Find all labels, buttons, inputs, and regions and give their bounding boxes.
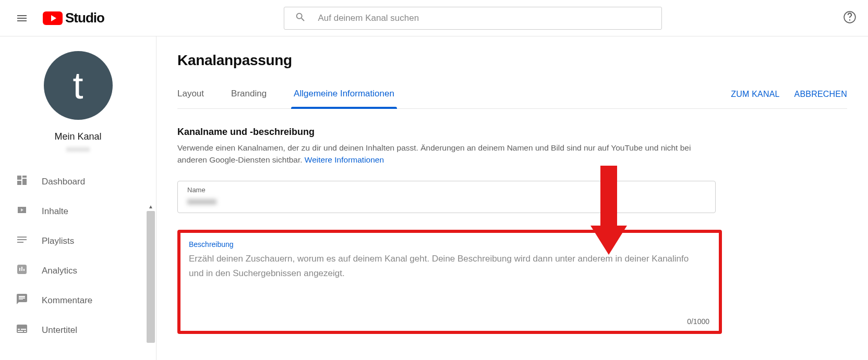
field-label-description: Beschreibung bbox=[189, 240, 710, 249]
dashboard-icon bbox=[16, 174, 42, 189]
channel-name-field[interactable]: Name xxxxxxx bbox=[177, 181, 716, 213]
sidebar-item-label: Analytics bbox=[42, 266, 77, 276]
sidebar-item-label: Dashboard bbox=[42, 177, 85, 187]
header-actions: ZUM KANAL ABBRECHEN bbox=[731, 80, 847, 108]
view-channel-link[interactable]: ZUM KANAL bbox=[731, 80, 779, 108]
tab-branding[interactable]: Branding bbox=[231, 79, 267, 108]
logo-text: Studio bbox=[65, 10, 104, 26]
help-icon bbox=[843, 10, 857, 24]
scrollbar-thumb[interactable] bbox=[147, 211, 155, 343]
tab-layout[interactable]: Layout bbox=[177, 79, 204, 108]
description-char-count: 0/1000 bbox=[687, 317, 709, 326]
body-area: t Mein Kanal xxxxxx Dashboard Inhalte bbox=[0, 36, 868, 360]
sidebar-item-content[interactable]: Inhalte bbox=[0, 196, 156, 226]
field-value-name: xxxxxxx bbox=[187, 197, 706, 206]
search-input[interactable]: Auf deinem Kanal suchen bbox=[284, 7, 662, 30]
help-button[interactable] bbox=[842, 10, 858, 26]
subtitles-icon bbox=[16, 322, 42, 338]
menu-toggle-button[interactable] bbox=[10, 7, 33, 30]
sidebar: t Mein Kanal xxxxxx Dashboard Inhalte bbox=[0, 36, 156, 360]
youtube-studio-logo[interactable]: Studio bbox=[43, 10, 104, 26]
more-info-link[interactable]: Weitere Informationen bbox=[305, 155, 384, 164]
channel-avatar[interactable]: t bbox=[44, 51, 113, 120]
description-placeholder: Erzähl deinen Zuschauern, worum es auf d… bbox=[189, 252, 705, 281]
content-icon bbox=[16, 204, 42, 219]
sidebar-item-analytics[interactable]: Analytics bbox=[0, 256, 156, 285]
page-title: Kanalanpassung bbox=[177, 52, 847, 69]
sidebar-nav: Dashboard Inhalte Playlists Analytics bbox=[0, 167, 156, 345]
search-icon bbox=[295, 11, 306, 25]
channel-description-field[interactable]: Beschreibung Erzähl deinen Zuschauern, w… bbox=[177, 230, 722, 334]
sidebar-item-label: Untertitel bbox=[42, 325, 77, 336]
channel-handle: xxxxxx bbox=[66, 144, 90, 153]
tabs: Layout Branding Allgemeine Informationen bbox=[177, 79, 421, 108]
tab-basic-info[interactable]: Allgemeine Informationen bbox=[294, 79, 394, 108]
sidebar-item-label: Inhalte bbox=[42, 206, 68, 217]
sidebar-item-dashboard[interactable]: Dashboard bbox=[0, 167, 156, 196]
search-placeholder: Auf deinem Kanal suchen bbox=[318, 13, 419, 23]
analytics-icon bbox=[16, 263, 42, 278]
sidebar-item-label: Kommentare bbox=[42, 295, 92, 306]
main-content: Kanalanpassung Layout Branding Allgemein… bbox=[156, 36, 868, 360]
sidebar-item-label: Playlists bbox=[42, 236, 74, 246]
avatar-letter: t bbox=[73, 64, 83, 107]
sidebar-item-subtitles[interactable]: Untertitel bbox=[0, 315, 156, 345]
field-label-name: Name bbox=[187, 186, 706, 194]
channel-name: Mein Kanal bbox=[54, 131, 101, 142]
scroll-up-button[interactable]: ▲ bbox=[146, 202, 155, 211]
playlists-icon bbox=[16, 233, 42, 249]
sidebar-item-playlists[interactable]: Playlists bbox=[0, 226, 156, 256]
app-header: Studio Auf deinem Kanal suchen bbox=[0, 0, 868, 36]
youtube-play-icon bbox=[43, 11, 63, 25]
sidebar-item-comments[interactable]: Kommentare bbox=[0, 285, 156, 315]
tabs-row: Layout Branding Allgemeine Informationen… bbox=[177, 79, 847, 109]
section-description: Verwende einen Kanalnamen, der zu dir un… bbox=[177, 142, 715, 166]
section-title: Kanalname und -beschreibung bbox=[177, 127, 847, 138]
search-wrap: Auf deinem Kanal suchen bbox=[104, 7, 842, 30]
hamburger-icon bbox=[16, 12, 28, 24]
comments-icon bbox=[16, 293, 42, 308]
section-desc-text: Verwende einen Kanalnamen, der zu dir un… bbox=[177, 143, 691, 164]
cancel-button[interactable]: ABBRECHEN bbox=[794, 80, 847, 108]
annotation-arrow-icon bbox=[590, 166, 627, 259]
